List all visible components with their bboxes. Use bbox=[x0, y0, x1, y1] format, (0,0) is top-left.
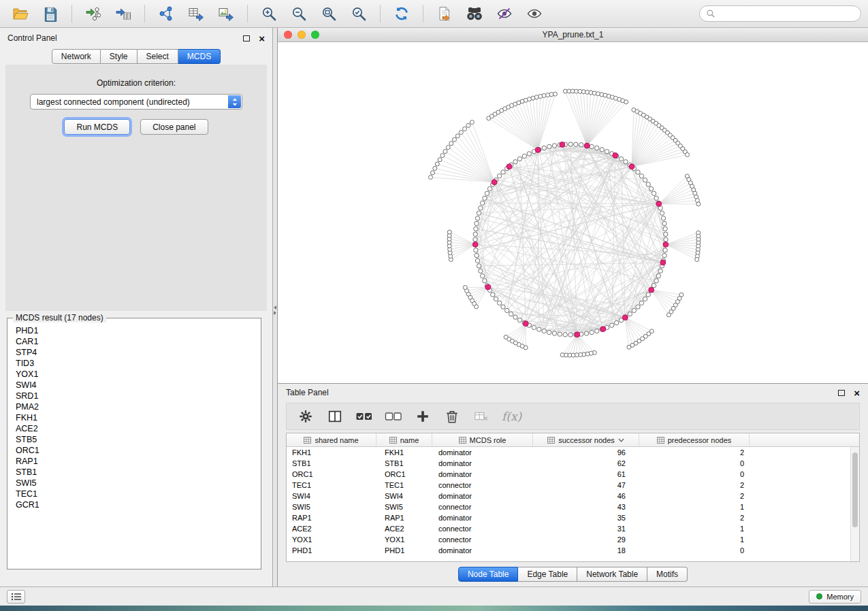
mcds-result-item[interactable]: FKH1 bbox=[16, 412, 258, 423]
status-menu-button[interactable] bbox=[7, 590, 25, 604]
network-node[interactable] bbox=[475, 221, 479, 225]
network-node[interactable] bbox=[605, 150, 609, 154]
table-row[interactable]: TEC1TEC1connector472 bbox=[287, 480, 850, 491]
network-node[interactable] bbox=[494, 297, 498, 301]
network-node[interactable] bbox=[619, 156, 623, 161]
mcds-dominator-node[interactable] bbox=[613, 153, 618, 159]
find-button[interactable] bbox=[461, 3, 488, 24]
network-node[interactable] bbox=[479, 206, 483, 210]
network-node[interactable] bbox=[632, 308, 636, 312]
column-header-successor-nodes[interactable]: successor nodes bbox=[533, 433, 639, 446]
network-node[interactable] bbox=[513, 160, 517, 164]
network-node[interactable] bbox=[639, 174, 643, 178]
table-row[interactable]: FKH1FKH1dominator962 bbox=[287, 447, 850, 458]
network-leaf-node[interactable] bbox=[627, 345, 631, 349]
export-image-button[interactable] bbox=[212, 3, 240, 24]
zoom-fit-button[interactable] bbox=[315, 3, 342, 24]
network-node[interactable] bbox=[643, 297, 647, 301]
export-network-button[interactable] bbox=[152, 3, 180, 24]
table-tab-node-table[interactable]: Node Table bbox=[458, 567, 519, 582]
export-document-button[interactable] bbox=[431, 3, 458, 24]
network-node[interactable] bbox=[547, 144, 551, 148]
network-node[interactable] bbox=[474, 248, 478, 252]
network-node[interactable] bbox=[497, 301, 501, 305]
mcds-result-item[interactable]: SWI4 bbox=[16, 380, 258, 391]
mcds-dominator-node[interactable] bbox=[492, 180, 497, 185]
network-node[interactable] bbox=[646, 182, 650, 186]
mcds-result-item[interactable]: GCR1 bbox=[16, 499, 258, 510]
zoom-selected-button[interactable] bbox=[345, 3, 372, 24]
network-leaf-node[interactable] bbox=[429, 176, 433, 180]
mcds-result-item[interactable]: RAP1 bbox=[16, 456, 258, 467]
network-node[interactable] bbox=[542, 329, 546, 333]
network-node[interactable] bbox=[595, 329, 599, 333]
memory-button[interactable]: Memory bbox=[809, 590, 861, 604]
mcds-result-item[interactable]: PHD1 bbox=[16, 325, 258, 336]
column-header-shared-name[interactable]: shared name bbox=[287, 433, 376, 446]
function-builder-button[interactable]: f(x) bbox=[502, 410, 521, 423]
select-all-button[interactable] bbox=[355, 408, 373, 425]
mcds-dominator-node[interactable] bbox=[485, 284, 491, 290]
network-node[interactable] bbox=[473, 237, 477, 242]
network-node[interactable] bbox=[501, 305, 505, 309]
close-panel-icon[interactable]: × bbox=[259, 33, 265, 44]
network-canvas[interactable] bbox=[278, 42, 867, 382]
network-node[interactable] bbox=[661, 216, 665, 220]
network-leaf-node[interactable] bbox=[463, 127, 467, 131]
table-row[interactable]: ORC1ORC1dominator610 bbox=[287, 469, 850, 480]
close-table-panel-icon[interactable]: × bbox=[854, 388, 860, 398]
network-node[interactable] bbox=[563, 333, 567, 337]
deselect-all-button[interactable] bbox=[385, 408, 402, 425]
table-row[interactable]: YOX1YOX1connector291 bbox=[287, 534, 850, 545]
network-node[interactable] bbox=[652, 284, 656, 288]
table-tab-motifs[interactable]: Motifs bbox=[647, 567, 688, 582]
network-node[interactable] bbox=[477, 211, 481, 215]
column-header-name[interactable]: name bbox=[376, 433, 432, 446]
network-node[interactable] bbox=[517, 318, 521, 322]
network-node[interactable] bbox=[584, 331, 588, 335]
scrollbar-thumb[interactable] bbox=[852, 452, 858, 527]
mcds-result-item[interactable]: TEC1 bbox=[16, 489, 258, 499]
network-node[interactable] bbox=[568, 333, 573, 337]
tab-network[interactable]: Network bbox=[52, 49, 101, 64]
network-node[interactable] bbox=[537, 327, 541, 331]
network-node[interactable] bbox=[517, 156, 521, 161]
table-row[interactable]: ACE2ACE2connector311 bbox=[287, 523, 850, 534]
network-node[interactable] bbox=[652, 191, 656, 195]
zoom-in-button[interactable] bbox=[255, 3, 283, 24]
open-folder-button[interactable] bbox=[7, 3, 34, 24]
network-node[interactable] bbox=[568, 142, 573, 146]
network-node[interactable] bbox=[475, 259, 479, 263]
network-node[interactable] bbox=[558, 332, 562, 336]
network-leaf-node[interactable] bbox=[549, 93, 553, 97]
float-panel-icon[interactable] bbox=[243, 35, 250, 42]
save-button[interactable] bbox=[37, 3, 64, 24]
search-box[interactable] bbox=[699, 5, 861, 22]
gear-button[interactable] bbox=[297, 408, 315, 425]
network-node[interactable] bbox=[654, 196, 658, 200]
network-node[interactable] bbox=[664, 232, 668, 236]
network-node[interactable] bbox=[636, 305, 640, 309]
mcds-result-item[interactable]: ACE2 bbox=[16, 423, 258, 434]
network-node[interactable] bbox=[491, 293, 495, 297]
network-node[interactable] bbox=[579, 143, 583, 147]
network-node[interactable] bbox=[654, 279, 658, 283]
mcds-result-item[interactable]: YOX1 bbox=[16, 369, 258, 380]
network-node[interactable] bbox=[656, 274, 660, 278]
network-leaf-node[interactable] bbox=[435, 162, 439, 166]
tab-mcds[interactable]: MCDS bbox=[178, 49, 221, 64]
table-scrollbar[interactable] bbox=[850, 447, 859, 561]
network-leaf-node[interactable] bbox=[463, 286, 467, 290]
network-leaf-node[interactable] bbox=[446, 146, 450, 150]
mcds-dominator-node[interactable] bbox=[649, 287, 654, 293]
network-leaf-node[interactable] bbox=[449, 142, 453, 146]
network-node[interactable] bbox=[473, 232, 477, 236]
network-node[interactable] bbox=[636, 170, 640, 174]
network-node[interactable] bbox=[485, 191, 489, 195]
window-zoom-button[interactable] bbox=[311, 31, 319, 39]
network-node[interactable] bbox=[522, 154, 526, 158]
mcds-result-item[interactable]: STP4 bbox=[16, 347, 258, 358]
network-node[interactable] bbox=[658, 269, 662, 273]
network-leaf-node[interactable] bbox=[686, 152, 690, 156]
network-node[interactable] bbox=[649, 186, 653, 191]
